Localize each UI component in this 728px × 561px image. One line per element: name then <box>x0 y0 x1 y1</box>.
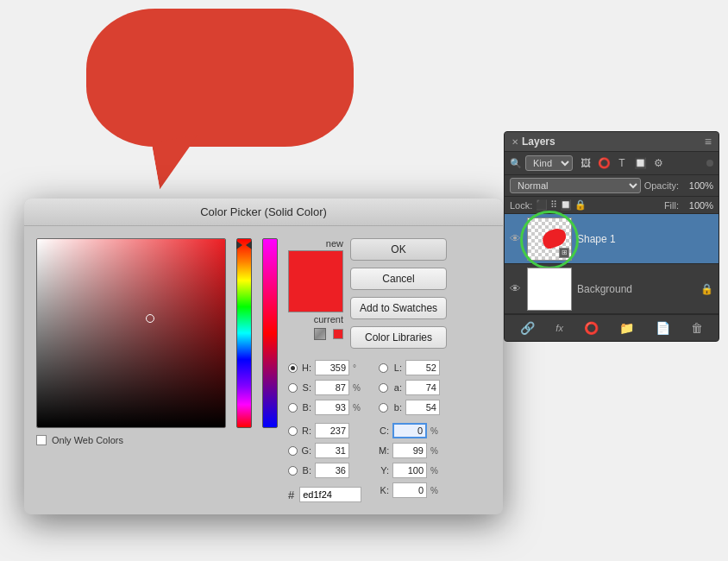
y-input[interactable] <box>392 463 427 478</box>
hue-slider-thumb-top <box>246 241 252 249</box>
layer-name-background: Background <box>577 283 695 295</box>
filter-icons-row: 🖼 ⭕ T 🔲 ⚙ <box>578 157 666 169</box>
lab-cmyk-values-column: L: a: b: C: <box>379 359 442 502</box>
kind-filter-row: 🔍 Kind 🖼 ⭕ T 🔲 ⚙ <box>505 152 719 175</box>
opacity-label: Opacity: <box>644 180 679 191</box>
layer-shape-blob <box>543 230 567 247</box>
m-value-row: M: % <box>379 442 442 459</box>
b-rgb-value-row: B: <box>288 462 365 479</box>
filter-shape-icon[interactable]: 🔲 <box>632 157 648 169</box>
speech-bubble <box>86 9 354 181</box>
b-lab-value-row: b: <box>379 399 442 416</box>
panel-collapse-icon: ✕ <box>511 137 518 147</box>
web-color-cube-icon <box>314 328 326 340</box>
hash-label: # <box>288 489 294 501</box>
color-field[interactable] <box>36 238 226 428</box>
swatch-current <box>289 281 342 312</box>
a-lab-input[interactable] <box>405 380 440 395</box>
color-libraries-button[interactable]: Color Libraries <box>350 326 447 349</box>
layer-thumbnail-wrapper-shape1: ⊞ <box>527 217 572 261</box>
hue-slider[interactable] <box>236 238 252 428</box>
b-rgb-radio[interactable] <box>288 466 298 476</box>
h-radio[interactable] <box>288 363 298 373</box>
a-lab-radio[interactable] <box>379 383 388 393</box>
m-unit: % <box>430 446 442 456</box>
extra-slider-container[interactable] <box>262 238 278 428</box>
new-layer-button[interactable]: 📄 <box>652 319 674 337</box>
lock-icons-group: ⬛ ⠿ 🔲 🔒 <box>536 199 587 211</box>
new-group-button[interactable]: 📁 <box>616 319 637 337</box>
layer-item-shape1[interactable]: 👁 ⊞ Shape 1 <box>505 214 719 264</box>
r-label: R: <box>301 425 311 436</box>
l-value-row: L: <box>379 359 442 376</box>
k-unit: % <box>430 486 442 495</box>
lock-position-icon[interactable]: ⠿ <box>550 199 557 211</box>
search-icon: 🔍 <box>510 158 522 169</box>
m-input[interactable] <box>392 443 427 458</box>
delete-layer-button[interactable]: 🗑 <box>687 319 706 337</box>
s-input[interactable] <box>315 380 349 395</box>
buttons-column: OK Cancel Add to Swatches Color Librarie… <box>350 238 447 349</box>
extra-slider[interactable] <box>262 238 278 428</box>
a-lab-value-row: a: <box>379 379 442 396</box>
filter-smart-icon[interactable]: ⚙ <box>650 157 666 169</box>
kind-filter-select[interactable]: Kind <box>525 155 573 171</box>
panel-menu-button[interactable]: ≡ <box>705 135 712 148</box>
b-lab-input[interactable] <box>405 400 440 415</box>
c-unit: % <box>430 426 442 436</box>
layer-name-shape1: Shape 1 <box>577 233 713 245</box>
add-to-swatches-button[interactable]: Add to Swatches <box>350 297 447 319</box>
layer-eye-shape1[interactable]: 👁 <box>510 232 522 245</box>
right-section: new current OK Cancel Add <box>288 238 491 502</box>
layer-mask-button[interactable]: ⭕ <box>581 319 602 337</box>
b-input[interactable] <box>315 400 349 415</box>
filter-type-icon[interactable]: T <box>614 157 630 169</box>
g-value-row: G: <box>288 442 365 459</box>
s-value-row: S: % <box>288 379 365 396</box>
y-unit: % <box>430 466 442 476</box>
layer-item-background[interactable]: 👁 Background 🔒 <box>505 264 719 314</box>
link-layers-button[interactable]: 🔗 <box>517 319 538 337</box>
b-unit: % <box>353 403 365 413</box>
s-radio[interactable] <box>288 383 298 393</box>
blend-mode-select[interactable]: Normal <box>510 178 641 193</box>
layer-thumbnail-icon: ⊞ <box>559 248 569 258</box>
c-input[interactable] <box>392 423 427 438</box>
filter-dot-indicator <box>706 160 713 167</box>
b-rgb-label: B: <box>301 465 311 476</box>
g-radio[interactable] <box>288 446 298 456</box>
b-lab-radio[interactable] <box>379 403 388 413</box>
cancel-button[interactable]: Cancel <box>350 268 447 290</box>
l-radio[interactable] <box>379 363 388 373</box>
b-rgb-input[interactable] <box>315 463 349 478</box>
b-label: B: <box>301 402 311 413</box>
ok-button[interactable]: OK <box>350 238 447 261</box>
fill-value: 100% <box>682 200 713 211</box>
filter-adjustment-icon[interactable]: ⭕ <box>596 157 612 169</box>
g-label: G: <box>301 445 311 456</box>
swatch-new <box>289 251 342 281</box>
lock-all-icon[interactable]: 🔒 <box>574 199 587 211</box>
y-value-row: Y: % <box>379 462 442 479</box>
only-web-colors-row: Only Web Colors <box>36 435 226 445</box>
h-input[interactable] <box>315 360 349 375</box>
panel-title: Layers <box>522 136 555 148</box>
k-input[interactable] <box>392 482 427 498</box>
layer-effects-button[interactable]: fx <box>552 321 567 335</box>
panel-header: ✕ Layers ≡ <box>505 132 719 152</box>
hex-input[interactable] <box>299 487 361 502</box>
l-input[interactable] <box>405 360 440 375</box>
lock-pixels-icon[interactable]: ⬛ <box>536 199 548 211</box>
only-web-colors-checkbox[interactable] <box>36 435 47 445</box>
layer-eye-background[interactable]: 👁 <box>510 282 522 295</box>
lock-artboard-icon[interactable]: 🔲 <box>560 199 572 211</box>
r-input[interactable] <box>315 423 349 438</box>
filter-pixel-icon[interactable]: 🖼 <box>578 157 593 169</box>
r-radio[interactable] <box>288 426 298 436</box>
fill-label: Fill: <box>664 200 679 211</box>
b-radio[interactable] <box>288 403 298 413</box>
h-unit: ° <box>353 363 365 373</box>
g-input[interactable] <box>315 443 349 458</box>
hue-slider-container[interactable] <box>236 238 252 428</box>
color-field-container[interactable]: Only Web Colors <box>36 238 226 428</box>
